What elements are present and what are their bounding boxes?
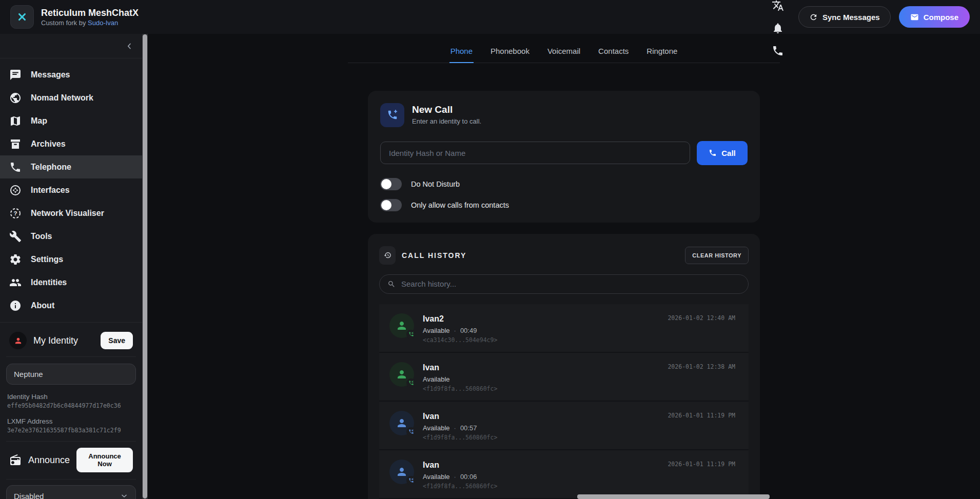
caller-avatar [389, 313, 414, 338]
sidebar-scrollbar-track[interactable] [142, 34, 148, 499]
collapse-sidebar-button[interactable] [125, 42, 134, 51]
lxmf-address-value: 3e7e2e37621635587fb83a381c71c2f9 [6, 427, 136, 434]
my-identity-avatar [9, 332, 27, 349]
identity-name-input[interactable] [6, 364, 136, 385]
call-timestamp: 2026-01-01 11:19 PM [668, 412, 735, 419]
call-history-title: CALL HISTORY [402, 251, 466, 260]
sidebar: MessagesNomad NetworkMapArchivesTelephon… [0, 34, 142, 499]
compose-button[interactable]: Compose [899, 6, 970, 28]
people-icon [9, 276, 22, 289]
app-subtitle: Custom fork by Sudo-Ivan [41, 19, 139, 27]
network-icon: ? [9, 207, 22, 219]
clear-history-button[interactable]: CLEAR HISTORY [685, 247, 749, 264]
sidebar-item-tools[interactable]: Tools [0, 225, 142, 248]
my-identity-header: My Identity Save [6, 329, 136, 357]
call-timestamp: 2026-01-02 12:40 AM [668, 314, 735, 322]
tab-contacts[interactable]: Contacts [597, 47, 630, 63]
sidebar-scrollbar-thumb[interactable] [143, 34, 147, 498]
call-history-entry[interactable]: IvanAvailable·00:06<f1d9f8fa...560860fc>… [379, 450, 749, 499]
contacts-only-toggle[interactable] [380, 199, 402, 211]
tab-voicemail[interactable]: Voicemail [546, 47, 581, 63]
phone-incoming-icon [406, 378, 416, 388]
sidebar-item-label: Settings [31, 255, 63, 264]
tab-ringtone[interactable]: Ringtone [645, 47, 678, 63]
history-search-box [379, 274, 749, 294]
language-button[interactable] [767, 0, 789, 17]
history-search-input[interactable] [401, 280, 740, 288]
my-identity-title: My Identity [33, 335, 78, 346]
call-identity-input[interactable] [380, 142, 690, 164]
main-content: PhonePhonebookVoicemailContactsRingtone … [148, 34, 980, 499]
sync-messages-button[interactable]: Sync Messages [798, 6, 891, 28]
sidebar-item-nomad-network[interactable]: Nomad Network [0, 86, 142, 109]
horizontal-scrollbar-thumb[interactable] [577, 494, 770, 499]
caller-status: Available [423, 327, 450, 334]
phone-button[interactable] [767, 39, 789, 62]
caller-status: Available [423, 375, 450, 383]
sidebar-item-label: Archives [31, 139, 66, 149]
call-button[interactable]: Call [697, 141, 748, 165]
call-timestamp: 2026-01-02 12:38 AM [668, 363, 735, 370]
peer-hash: <f1d9f8fa...560860fc> [423, 483, 497, 490]
app-title: Reticulum MeshChatX [41, 7, 139, 19]
notifications-button[interactable] [767, 17, 789, 39]
map-icon [9, 115, 22, 127]
save-identity-button[interactable]: Save [101, 332, 133, 349]
logo-x-icon [16, 11, 28, 23]
clock-history-icon [384, 251, 391, 259]
wrench-icon [9, 230, 22, 243]
phone-icon [772, 45, 784, 57]
do-not-disturb-toggle[interactable] [380, 178, 402, 190]
subtitle-author-link[interactable]: Sudo-Ivan [88, 19, 118, 27]
sidebar-item-label: Messages [31, 70, 70, 79]
call-duration: 00:57 [460, 424, 477, 432]
phone-incoming-icon [406, 476, 416, 485]
announce-title: Announce [28, 455, 70, 466]
bell-icon [772, 22, 784, 34]
sidebar-item-map[interactable]: Map [0, 109, 142, 132]
phone-plus-icon [387, 109, 398, 121]
call-history-entry[interactable]: Ivan2Available·00:49<ca314c30...504e94c9… [379, 304, 749, 353]
tab-phonebook[interactable]: Phonebook [489, 47, 531, 63]
sidebar-item-network-visualiser[interactable]: ?Network Visualiser [0, 202, 142, 225]
sidebar-item-about[interactable]: About [0, 294, 142, 317]
peer-hash: <ca314c30...504e94c9> [423, 336, 497, 344]
caller-name: Ivan2 [423, 314, 497, 324]
sidebar-item-settings[interactable]: Settings [0, 248, 142, 271]
contacts-only-label: Only allow calls from contacts [411, 201, 509, 209]
call-history-entry[interactable]: IvanAvailable<f1d9f8fa...560860fc>2026-0… [379, 353, 749, 402]
peer-hash: <f1d9f8fa...560860fc> [423, 385, 497, 392]
call-history-entry[interactable]: IvanAvailable·00:57<f1d9f8fa...560860fc>… [379, 402, 749, 450]
new-call-card: New Call Enter an identity to call. Call… [368, 91, 760, 223]
new-call-title: New Call [412, 104, 481, 115]
do-not-disturb-label: Do Not Disturb [411, 180, 460, 188]
header-actions: Sync Messages Compose [767, 0, 970, 62]
gear-icon [9, 253, 22, 266]
announce-now-button[interactable]: Announce Now [76, 448, 133, 472]
app-title-block: Reticulum MeshChatX Custom fork by Sudo-… [41, 7, 139, 27]
caller-name: Ivan [423, 363, 497, 372]
person-icon [396, 368, 408, 381]
peer-hash: <f1d9f8fa...560860fc> [423, 434, 497, 441]
announce-header: Announce Announce Now [6, 441, 136, 480]
phone-icon [9, 161, 22, 173]
do-not-disturb-row: Do Not Disturb [380, 178, 748, 190]
caller-status: Available [423, 424, 450, 432]
sidebar-item-label: Tools [31, 232, 52, 241]
sidebar-item-label: Identities [31, 278, 67, 287]
caller-name: Ivan [423, 461, 497, 470]
sidebar-item-archives[interactable]: Archives [0, 132, 142, 155]
call-history-list: Ivan2Available·00:49<ca314c30...504e94c9… [379, 304, 749, 499]
tab-phone[interactable]: Phone [449, 47, 474, 63]
caller-avatar [389, 460, 414, 484]
chevron-left-icon [125, 42, 134, 51]
sidebar-item-identities[interactable]: Identities [0, 271, 142, 294]
call-timestamp: 2026-01-01 11:19 PM [668, 461, 735, 468]
caller-status: Available [423, 473, 450, 481]
caller-avatar [389, 411, 414, 435]
sidebar-item-interfaces[interactable]: Interfaces [0, 178, 142, 202]
sidebar-item-telephone[interactable]: Telephone [0, 155, 142, 178]
announce-interval-select[interactable]: Disabled [6, 485, 136, 499]
sidebar-item-messages[interactable]: Messages [0, 63, 142, 86]
app-header: Reticulum MeshChatX Custom fork by Sudo-… [0, 0, 980, 34]
